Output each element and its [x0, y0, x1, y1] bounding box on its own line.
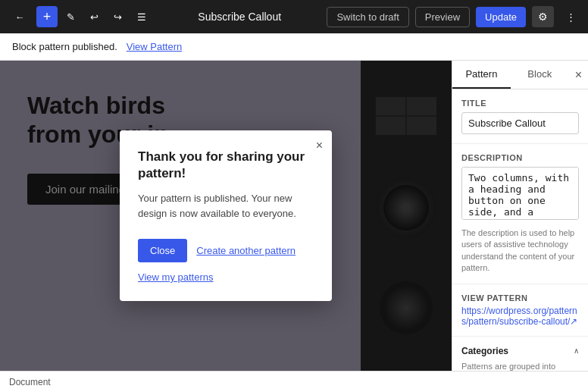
more-icon: ⋮	[566, 11, 576, 23]
brush-button[interactable]: ✎	[61, 7, 81, 27]
modal-title: Thank you for sharing your pattern!	[138, 149, 314, 182]
categories-header[interactable]: Categories ∧	[461, 346, 579, 356]
back-icon: ←	[12, 9, 27, 24]
toolbar-center: Subscribe Callout	[155, 11, 324, 23]
plus-icon: +	[43, 9, 52, 25]
bottom-bar: Document	[0, 371, 588, 392]
editor-area: Watch birds from your in Join our mailin…	[0, 61, 452, 371]
view-pattern-notification-link[interactable]: View Pattern	[127, 41, 182, 52]
sidebar-close-button[interactable]: ×	[569, 62, 588, 88]
modal-body: Your pattern is published. Your new desi…	[138, 191, 314, 221]
undo-button[interactable]: ↩	[84, 7, 105, 27]
preview-button[interactable]: Preview	[415, 7, 470, 27]
modal-actions: Close Create another pattern View my pat…	[138, 239, 314, 283]
pattern-published-modal: × Thank you for sharing your pattern! Yo…	[120, 130, 332, 301]
modal-close-button[interactable]: ×	[316, 140, 323, 152]
create-another-pattern-link[interactable]: Create another pattern	[196, 245, 296, 256]
description-helper: The description is used to help users of…	[461, 227, 579, 274]
list-icon: ☰	[137, 11, 146, 23]
page-title: Subscribe Callout	[198, 11, 281, 23]
view-pattern-link[interactable]: https://wordpress.org/patterns/pattern/s…	[461, 306, 579, 327]
update-button[interactable]: Update	[476, 7, 526, 27]
sidebar-description-section: Description Two columns, with a heading …	[452, 144, 588, 284]
title-input[interactable]	[461, 112, 579, 134]
modal-overlay: × Thank you for sharing your pattern! Yo…	[0, 61, 452, 371]
sidebar-tabs-row: Pattern Block ×	[452, 61, 588, 89]
main-area: Watch birds from your in Join our mailin…	[0, 61, 588, 371]
toolbar-left: ← + ✎ ↩ ↪ ☰	[6, 5, 152, 29]
add-block-button[interactable]: +	[36, 6, 58, 27]
sidebar: Pattern Block × Title Description Two co…	[452, 61, 588, 371]
brush-icon: ✎	[67, 11, 75, 23]
sidebar-categories-section: Categories ∧ Patterns are grouped into d…	[452, 337, 588, 371]
notification-bar: Block pattern published. View Pattern	[0, 33, 588, 61]
view-my-patterns-link[interactable]: View my patterns	[138, 271, 213, 283]
switch-to-draft-button[interactable]: Switch to draft	[327, 7, 408, 27]
document-label: Document	[9, 377, 51, 387]
title-label: Title	[461, 99, 579, 108]
redo-icon: ↪	[114, 11, 122, 23]
toolbar: ← + ✎ ↩ ↪ ☰ Subscribe Callout Switch to …	[0, 0, 588, 33]
list-button[interactable]: ☰	[131, 7, 152, 27]
tab-block[interactable]: Block	[511, 61, 569, 89]
sidebar-title-section: Title	[452, 89, 588, 144]
toolbar-right: Switch to draft Preview Update ⚙ ⋮	[327, 6, 582, 27]
sidebar-view-pattern-section: VIEW PATTERN https://wordpress.org/patte…	[452, 284, 588, 337]
notification-text: Block pattern published.	[12, 41, 117, 52]
settings-button[interactable]: ⚙	[532, 6, 554, 27]
canvas-preview: Watch birds from your in Join our mailin…	[0, 61, 452, 371]
description-textarea[interactable]: Two columns, with a heading and button o…	[461, 167, 579, 220]
description-label: Description	[461, 153, 579, 162]
undo-icon: ↩	[90, 11, 99, 23]
categories-helper: Patterns are grouped into defined catego…	[461, 361, 579, 371]
more-options-button[interactable]: ⋮	[560, 7, 582, 27]
redo-button[interactable]: ↪	[108, 7, 128, 27]
view-pattern-label: VIEW PATTERN	[461, 293, 579, 303]
chevron-up-icon: ∧	[574, 347, 579, 355]
modal-close-action-button[interactable]: Close	[138, 239, 187, 262]
gear-icon: ⚙	[538, 11, 548, 23]
back-button[interactable]: ←	[6, 5, 33, 29]
categories-label: Categories	[461, 346, 508, 356]
tab-pattern[interactable]: Pattern	[452, 61, 511, 89]
